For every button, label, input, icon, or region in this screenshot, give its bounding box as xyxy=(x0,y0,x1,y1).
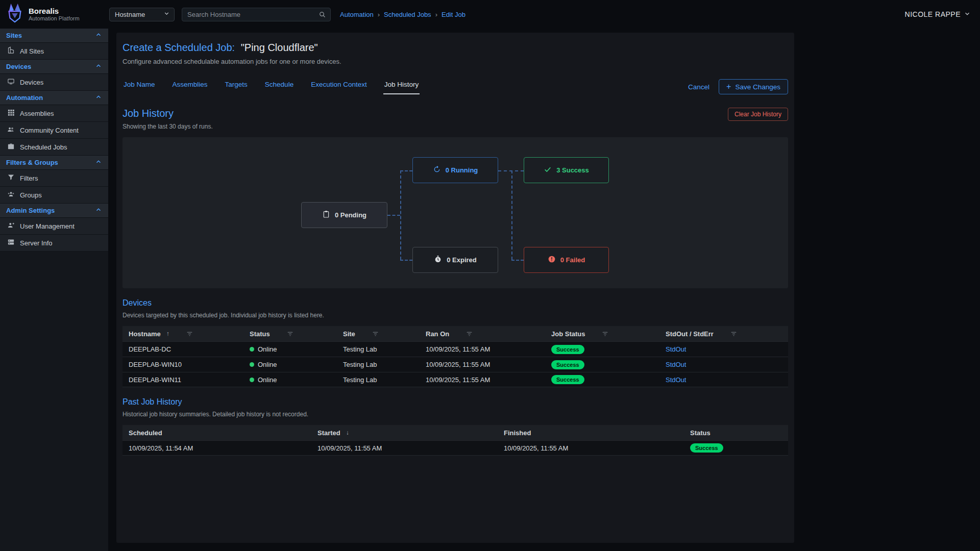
status-cell: Online xyxy=(258,376,277,384)
tab-job-history[interactable]: Job History xyxy=(383,78,420,94)
sidebar-item-user-management[interactable]: User Management xyxy=(0,218,108,235)
breadcrumb-separator: › xyxy=(435,11,437,18)
column-header-job-status[interactable]: Job Status xyxy=(545,330,659,338)
search-icon xyxy=(318,11,326,18)
sites-icon xyxy=(7,46,15,56)
tab-assemblies[interactable]: Assemblies xyxy=(172,78,209,94)
sidebar-section-devices[interactable]: Devices xyxy=(0,60,108,74)
status-badge: Success xyxy=(551,345,584,354)
borealis-logo-icon xyxy=(5,3,24,26)
sidebar-section-filters-groups[interactable]: Filters & Groups xyxy=(0,156,108,170)
success-node: 3 Success xyxy=(524,157,609,183)
column-header-scheduled[interactable]: Scheduled xyxy=(122,429,311,437)
sidebar-section-sites[interactable]: Sites xyxy=(0,29,108,43)
brand-header: Borealis Automation Platform xyxy=(0,0,108,29)
job-history-subtitle: Showing the last 30 days of runs. xyxy=(122,123,213,130)
filter-icon[interactable] xyxy=(466,331,473,337)
scheduled-jobs-icon xyxy=(7,142,15,152)
breadcrumb-automation[interactable]: Automation xyxy=(340,11,374,18)
table-row[interactable]: DEEPLAB-WIN11 Online Testing Lab 10/09/2… xyxy=(122,372,788,387)
expired-node: 0 Expired xyxy=(412,247,498,273)
filters-icon xyxy=(7,173,15,183)
filter-icon[interactable] xyxy=(602,331,608,337)
stdout-link[interactable]: StdOut xyxy=(666,345,686,353)
main-panel: Create a Scheduled Job: "Ping Cloudflare… xyxy=(116,33,794,543)
online-status-dot xyxy=(250,378,254,382)
connector-line xyxy=(498,170,524,171)
table-row[interactable]: DEEPLAB-DC Online Testing Lab 10/09/2025… xyxy=(122,341,788,357)
column-header-ran-on[interactable]: Ran On xyxy=(420,330,545,338)
ran-on-cell: 10/09/2025, 11:55 AM xyxy=(426,376,490,384)
filter-icon[interactable] xyxy=(730,331,737,337)
sidebar-item-scheduled-jobs[interactable]: Scheduled Jobs xyxy=(0,139,108,156)
sidebar-item-all-sites[interactable]: All Sites xyxy=(0,43,108,60)
sidebar-item-filters[interactable]: Filters xyxy=(0,170,108,187)
sidebar-item-server-info[interactable]: Server Info xyxy=(0,235,108,252)
tab-schedule[interactable]: Schedule xyxy=(264,78,295,94)
stdout-link[interactable]: StdOut xyxy=(666,376,686,384)
tab-job-name[interactable]: Job Name xyxy=(122,78,156,94)
error-icon xyxy=(548,255,556,265)
filter-icon[interactable] xyxy=(287,331,293,337)
connector-line xyxy=(387,215,400,216)
column-header-started[interactable]: Started ↓ xyxy=(311,429,498,437)
chevron-up-icon xyxy=(95,158,102,167)
user-management-icon xyxy=(7,221,15,231)
filter-icon[interactable] xyxy=(372,331,379,337)
timer-icon xyxy=(434,255,442,265)
column-header-hostname[interactable]: Hostname ↑ xyxy=(122,330,243,338)
column-header-status[interactable]: Status xyxy=(243,330,337,338)
breadcrumb-separator: › xyxy=(378,11,380,18)
tab-targets[interactable]: Targets xyxy=(224,78,249,94)
sort-asc-icon: ↑ xyxy=(166,330,169,337)
chevron-down-icon xyxy=(964,10,971,19)
stdout-link[interactable]: StdOut xyxy=(666,361,686,368)
sidebar-item-community-content[interactable]: Community Content xyxy=(0,122,108,139)
tab-execution-context[interactable]: Execution Context xyxy=(310,78,368,94)
column-header-status[interactable]: Status xyxy=(684,429,788,437)
user-name: NICOLE RAPPE xyxy=(905,10,961,18)
past-job-history-subtitle: Historical job history summaries. Detail… xyxy=(122,411,788,418)
table-row[interactable]: 10/09/2025, 11:54 AM 10/09/2025, 11:55 A… xyxy=(122,440,788,456)
connector-line xyxy=(400,170,401,260)
job-history-header: Job History Showing the last 30 days of … xyxy=(122,108,788,130)
save-changes-button[interactable]: + Save Changes xyxy=(719,79,788,94)
pending-node: 0 Pending xyxy=(301,202,387,228)
tabs-row: Job Name Assemblies Targets Schedule Exe… xyxy=(122,78,788,94)
filter-icon[interactable] xyxy=(186,331,193,337)
sidebar-item-devices[interactable]: Devices xyxy=(0,74,108,91)
breadcrumb-edit-job[interactable]: Edit Job xyxy=(442,11,465,18)
status-cell: Online xyxy=(258,361,277,368)
devices-table-header: Hostname ↑ Status Site Ran On xyxy=(122,326,788,341)
sidebar-section-automation[interactable]: Automation xyxy=(0,91,108,105)
page-title: Create a Scheduled Job: "Ping Cloudflare… xyxy=(122,42,788,54)
devices-heading: Devices xyxy=(122,298,788,308)
job-history-heading: Job History xyxy=(122,108,213,119)
hostname-cell: DEEPLAB-DC xyxy=(129,345,171,353)
sort-desc-icon: ↓ xyxy=(346,429,349,436)
page-title-job-name: "Ping Cloudflare" xyxy=(241,42,318,53)
check-icon xyxy=(544,165,552,175)
breadcrumb: Automation › Scheduled Jobs › Edit Job xyxy=(340,11,465,18)
sync-icon xyxy=(433,165,441,175)
hostname-cell: DEEPLAB-WIN10 xyxy=(129,361,182,368)
connector-line xyxy=(511,260,524,261)
sidebar-item-assemblies[interactable]: Assemblies xyxy=(0,105,108,122)
clear-job-history-button[interactable]: Clear Job History xyxy=(728,108,788,121)
user-menu[interactable]: NICOLE RAPPE xyxy=(905,10,971,19)
devices-icon xyxy=(7,78,15,87)
assemblies-icon xyxy=(7,109,15,118)
breadcrumb-scheduled-jobs[interactable]: Scheduled Jobs xyxy=(384,11,431,18)
site-cell: Testing Lab xyxy=(343,345,377,353)
sidebar-item-groups[interactable]: Groups xyxy=(0,187,108,204)
column-header-site[interactable]: Site xyxy=(337,330,420,338)
table-row[interactable]: DEEPLAB-WIN10 Online Testing Lab 10/09/2… xyxy=(122,357,788,372)
hostname-select[interactable]: Hostname xyxy=(109,8,175,21)
search-input[interactable] xyxy=(183,11,318,18)
cancel-button[interactable]: Cancel xyxy=(688,83,709,91)
server-info-icon xyxy=(7,238,15,247)
ran-on-cell: 10/09/2025, 11:55 AM xyxy=(426,345,490,353)
column-header-stdout[interactable]: StdOut / StdErr xyxy=(659,330,788,338)
sidebar-section-admin-settings[interactable]: Admin Settings xyxy=(0,204,108,218)
column-header-finished[interactable]: Finished xyxy=(498,429,684,437)
